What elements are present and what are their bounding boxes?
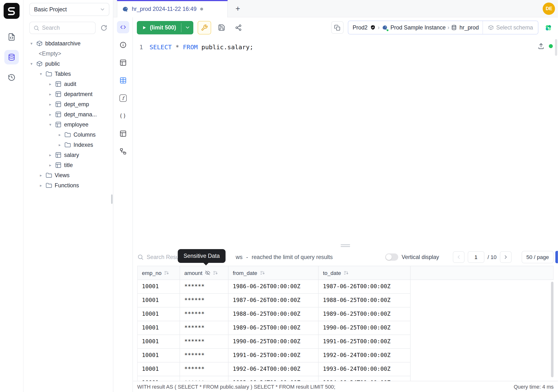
editor-scrollbar[interactable] [555,39,557,56]
cell-to-date[interactable]: 1993-06-24T00:00:00Z [318,362,410,376]
cell-amount-masked[interactable]: ****** [180,307,228,321]
cell-emp-no[interactable]: 10001 [137,307,180,321]
views-panel-button[interactable] [117,127,129,140]
column-header-emp-no[interactable]: emp_no [137,266,180,279]
caret-right-icon[interactable]: ▸ [48,102,52,107]
cell-to-date[interactable]: 1989-06-25T00:00:00Z [318,307,410,321]
cell-to-date[interactable]: 1987-06-26T00:00:00Z [318,279,410,293]
tree-item-dept-manager[interactable]: ▸ dept_mana... [24,109,113,120]
bytebase-logo[interactable] [4,3,19,19]
cell-amount-masked[interactable]: ****** [180,335,228,348]
caret-right-icon[interactable]: ▸ [48,112,52,117]
editor-panel-button[interactable] [117,21,129,33]
batch-query-button[interactable] [331,21,343,34]
tree-item-department[interactable]: ▸ department [24,89,113,99]
history-nav-button[interactable] [4,70,19,85]
save-button[interactable] [216,21,228,34]
cell-amount-masked[interactable]: ****** [180,279,228,293]
cell-emp-no[interactable]: 10001 [137,321,180,335]
cell-emp-no[interactable]: 10001 [137,362,180,376]
cell-to-date[interactable]: 1990-06-25T00:00:00Z [318,321,410,335]
cell-emp-no[interactable]: 10001 [137,335,180,348]
caret-down-icon[interactable]: ▾ [48,122,52,127]
table-row[interactable]: 10001 ****** 1993-06-24T00:00:00Z 1994-0… [137,376,553,381]
worksheet-nav-button[interactable] [4,30,19,44]
run-query-button[interactable]: (limit 500) [137,21,193,34]
cell-to-date[interactable]: 1994-06-24T00:00:00Z [318,376,410,381]
cell-from-date[interactable]: 1992-06-24T00:00:00Z [228,362,319,376]
sort-icon[interactable] [164,270,170,275]
new-tab-button[interactable]: + [233,3,243,14]
cell-from-date[interactable]: 1990-06-25T00:00:00Z [228,335,319,348]
table-row[interactable]: 10001 ****** 1992-06-24T00:00:00Z 1993-0… [137,362,553,376]
tree-item-dept-emp[interactable]: ▸ dept_emp [24,99,113,109]
caret-right-icon[interactable]: ▸ [39,183,43,188]
refresh-button[interactable] [98,22,109,33]
table-row[interactable]: 10001 ****** 1987-06-26T00:00:00Z 1988-0… [137,293,553,307]
cell-emp-no[interactable]: 10001 [137,279,180,293]
tab-hr-prod[interactable]: hr_prod 2024-11-22 16:49 [117,0,228,17]
prev-page-button[interactable] [453,251,464,263]
column-header-to-date[interactable]: to_date [318,266,410,279]
tree-item-functions[interactable]: ▸ Functions [24,180,113,191]
project-selector[interactable]: Basic Project [29,3,110,16]
table-row[interactable]: 10001 ****** 1988-06-25T00:00:00Z 1989-0… [137,307,553,321]
tree-item-title[interactable]: ▸ title [24,160,113,170]
cell-from-date[interactable]: 1989-06-25T00:00:00Z [228,321,319,335]
caret-right-icon[interactable]: ▸ [48,153,52,157]
column-header-amount[interactable]: amount [180,266,228,279]
cell-emp-no[interactable]: 10001 [137,293,180,307]
caret-right-icon[interactable]: ▸ [58,132,62,137]
tree-item-public[interactable]: ▾ public [24,59,113,69]
eye-off-icon[interactable] [205,270,210,275]
database-item[interactable]: hr_prod [451,24,479,31]
environment-item[interactable]: Prod2 [353,24,376,31]
procedures-panel-button[interactable]: () [117,110,129,122]
caret-right-icon[interactable]: ▸ [48,82,52,87]
tree-item-indexes[interactable]: ▸ Indexes [24,140,113,150]
caret-right-icon[interactable]: ▸ [48,163,52,167]
cell-emp-no[interactable]: 10001 [137,376,180,381]
page-number-input[interactable] [468,251,484,263]
sql-editor[interactable]: 1 SELECT * FROM public.salary; [133,38,558,243]
cell-to-date[interactable]: 1988-06-25T00:00:00Z [318,293,410,307]
column-header-from-date[interactable]: from_date [228,266,319,279]
caret-down-icon[interactable]: ▾ [29,41,34,46]
info-panel-button[interactable] [117,39,129,51]
sidebar-search-input[interactable] [42,25,92,31]
functions-panel-button[interactable]: f [117,92,129,104]
sort-icon[interactable] [213,270,218,275]
cell-to-date[interactable]: 1991-06-25T00:00:00Z [318,335,410,348]
tree-item-views[interactable]: ▸ Views [24,170,113,180]
cell-to-date[interactable]: 1992-06-24T00:00:00Z [318,348,410,362]
caret-right-icon[interactable]: ▸ [39,173,43,178]
sidebar-resize-handle[interactable] [111,195,113,204]
table-row[interactable]: 10001 ****** 1989-06-25T00:00:00Z 1990-0… [137,321,553,335]
run-options-button[interactable] [182,21,193,34]
tree-item-employee[interactable]: ▾ employee [24,120,113,130]
caret-down-icon[interactable]: ▾ [29,61,34,66]
schema-panel-button[interactable] [117,74,129,87]
upload-icon[interactable] [538,43,545,50]
schema-selector[interactable]: Select schema [482,21,538,34]
tree-item-tables[interactable]: ▾ Tables [24,69,113,79]
user-avatar[interactable]: DE [543,2,555,15]
diagram-panel-button[interactable] [117,145,129,158]
table-row[interactable]: 10001 ****** 1986-06-26T00:00:00Z 1987-0… [137,279,553,293]
panel-splitter[interactable] [133,243,558,248]
cell-from-date[interactable]: 1993-06-24T00:00:00Z [228,376,319,381]
results-scrollbar[interactable] [551,281,554,377]
export-button[interactable] [555,251,558,263]
tree-item-bbdataarchive[interactable]: ▾ bbdataarchive [24,38,113,49]
tree-item-audit[interactable]: ▸ audit [24,79,113,89]
format-sql-button[interactable] [198,21,211,34]
cell-amount-masked[interactable]: ****** [180,376,228,381]
cell-amount-masked[interactable]: ****** [180,362,228,376]
cell-amount-masked[interactable]: ****** [180,293,228,307]
sort-icon[interactable] [344,270,349,275]
run-query-main[interactable]: (limit 500) [137,21,181,34]
cell-from-date[interactable]: 1988-06-25T00:00:00Z [228,307,319,321]
code-line[interactable]: 1 SELECT * FROM public.salary; [133,42,558,52]
table-row[interactable]: 10001 ****** 1990-06-25T00:00:00Z 1991-0… [137,335,553,348]
tree-item-columns[interactable]: ▸ Columns [24,130,113,140]
